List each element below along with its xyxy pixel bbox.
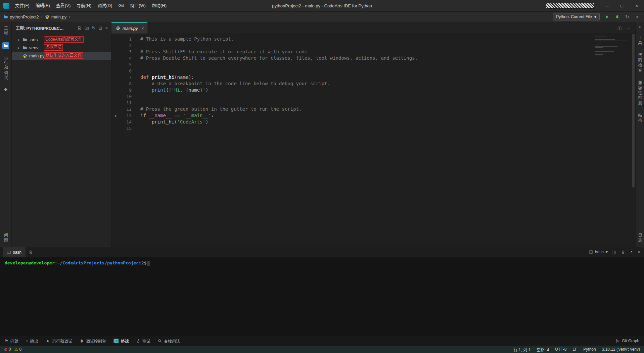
file-tree: ▸.artsCodeArts的配置文件▸venv虚拟环境main.py默认生成的… — [12, 34, 111, 60]
interpreter-select[interactable]: Python: Current File ▾ — [553, 13, 600, 20]
panel-tab[interactable]: 查找用法 — [158, 338, 180, 344]
restart-button[interactable]: ↻ — [624, 13, 631, 20]
tool-window-code-check[interactable]: 代码检查 — [637, 53, 643, 73]
scrollbar[interactable] — [632, 34, 635, 188]
close-button[interactable]: × — [638, 250, 640, 254]
more-button[interactable]: ⋯ — [626, 26, 631, 30]
menu-item[interactable]: 窗口(W) — [127, 0, 149, 11]
minimap[interactable] — [595, 37, 630, 56]
interpreter-label: Python: Current File — [556, 14, 592, 19]
terminal-kill-button[interactable] — [29, 250, 33, 254]
maximize-button[interactable]: □ — [614, 0, 629, 11]
code-line: 8 # Use a breakpoint in the code line be… — [111, 81, 635, 87]
tree-item[interactable]: ▸.artsCodeArts的配置文件 — [12, 36, 111, 44]
menu-item[interactable]: 文件(F) — [12, 0, 33, 11]
flag-icon: ⚑ — [5, 339, 8, 343]
menu-item[interactable]: 编辑(E) — [33, 0, 53, 11]
editor[interactable]: 1# This is a sample Python script.23# Pr… — [111, 34, 635, 247]
tool-window-plugin[interactable]: ▪ — [639, 25, 641, 29]
trash-button[interactable] — [621, 250, 625, 254]
code-line: 5 — [111, 61, 635, 68]
new-folder-button[interactable] — [85, 26, 89, 30]
tool-window-compatibility[interactable]: 兼容性检测 — [637, 81, 643, 106]
code-line: 3# Press Shift+F9 to execute it or repla… — [111, 49, 635, 55]
stop-button[interactable]: ■ — [634, 13, 641, 20]
status-item[interactable]: Python — [583, 347, 596, 352]
terminal-tab[interactable]: bash — [3, 247, 26, 257]
tree-item-label: main.py — [29, 53, 45, 58]
activity-right-bottom: 日志 — [637, 229, 643, 247]
status-bar: ⊗0⚠0 行 1, 列 1空格: 4UTF-8LFPython3.10.12 (… — [0, 346, 644, 353]
panel-tab[interactable]: ≡输出 — [26, 338, 38, 344]
status-warnings[interactable]: ⚠0 — [14, 347, 21, 352]
minimize-button[interactable]: ─ — [600, 0, 614, 11]
panel-tab[interactable]: 测试 — [136, 338, 150, 344]
split-button[interactable]: ◫ — [617, 26, 622, 30]
status-errors[interactable]: ⊗0 — [4, 347, 11, 352]
tool-window-outline[interactable]: 结构 — [637, 113, 643, 123]
refresh-button[interactable]: ↻ — [92, 26, 96, 30]
git-graph-button[interactable]: Git Graph — [615, 339, 639, 343]
tree-annotation: CodeArts的配置文件 — [44, 36, 84, 43]
editor-tab[interactable]: main.py × — [111, 22, 147, 34]
panel-up-button[interactable]: ∧ — [630, 250, 633, 254]
terminal-caret[interactable]: ▾ — [606, 250, 608, 254]
panel-tab[interactable]: 调试控制台 — [80, 338, 106, 344]
folder-icon — [3, 43, 8, 48]
pink-square-icon: ▪ — [639, 25, 641, 29]
app-window: 文件(F)编辑(E)查看(V)导航(N)调试(D)Git窗口(W)帮助(H) p… — [0, 0, 644, 353]
menu-item[interactable]: 查看(V) — [53, 0, 74, 11]
tool-window-project[interactable]: 工程 — [3, 26, 9, 36]
status-item[interactable]: 行 1, 列 1 — [513, 347, 531, 352]
search-icon — [158, 339, 162, 343]
menu-item[interactable]: Git — [115, 0, 127, 11]
run-gutter-button[interactable]: ▶ — [111, 112, 120, 119]
debug-button[interactable] — [614, 13, 620, 20]
tool-window-structure[interactable]: ◆ — [4, 87, 7, 91]
stop-icon: ■ — [636, 15, 639, 19]
code-line: 11 — [111, 100, 635, 106]
split-button[interactable]: ◫ — [612, 250, 616, 254]
tool-window-logs[interactable]: 日志 — [637, 233, 643, 243]
close-button[interactable]: × — [105, 26, 108, 30]
run-button[interactable] — [604, 13, 610, 20]
minimap-line — [595, 46, 617, 47]
code-line: 14 print_hi('CodeArts') — [111, 119, 635, 125]
gutter — [111, 61, 120, 68]
terminal-select[interactable]: bash ▾ — [589, 250, 608, 254]
status-error-count: 0 — [9, 347, 11, 352]
tree-item[interactable]: ▸venv虚拟环境 — [12, 44, 111, 52]
close-button[interactable]: × — [629, 0, 644, 11]
tool-window-explorer[interactable] — [2, 42, 9, 49]
menu-item[interactable]: 调试(D) — [94, 0, 115, 11]
breadcrumb-item[interactable]: pythonProject2 — [3, 14, 39, 19]
panel-tab[interactable]: 终端 — [113, 338, 129, 344]
menu-item[interactable]: 导航(N) — [74, 0, 94, 11]
code-text: print(f'Hi, {name}') — [140, 87, 208, 93]
gutter — [111, 49, 120, 55]
tool-window-problems[interactable]: 问题 — [3, 233, 9, 243]
gutter — [111, 42, 120, 49]
split-icon: ◫ — [617, 26, 622, 30]
editor-tab-close[interactable]: × — [142, 26, 144, 31]
tool-window-run-debug[interactable]: 运行和调试 — [3, 55, 9, 81]
menu-item[interactable]: 帮助(H) — [149, 0, 170, 11]
code-line: ▶13if __name__ == '__main__': — [111, 112, 635, 119]
panel-tab[interactable]: 运行和调试 — [46, 338, 72, 344]
status-item[interactable]: 3.10.12 ('venv': venv) — [602, 347, 640, 352]
chevron-right-icon: ▸ — [18, 38, 22, 42]
gutter — [111, 87, 120, 93]
window-title: pythonProject2 - main.py - CodeArts IDE … — [272, 3, 372, 8]
terminal-content[interactable]: developer@developer:~/CodeArtsProjects/p… — [0, 257, 644, 336]
panel-tab[interactable]: ⚑问题 — [5, 338, 18, 344]
code-lines: 1# This is a sample Python script.23# Pr… — [111, 34, 635, 247]
collapse-button[interactable]: ⊟ — [99, 26, 102, 30]
terminal-prompt: developer@developer:~/CodeArtsProjects/p… — [5, 260, 639, 266]
status-item[interactable]: 空格: 4 — [537, 347, 549, 352]
breadcrumb-item[interactable]: main.py — [45, 14, 67, 19]
tool-window-tools[interactable]: 工具 — [637, 36, 643, 46]
tree-item[interactable]: main.py默认生成的入口文件 — [12, 52, 111, 60]
new-file-button[interactable] — [77, 26, 82, 30]
status-item[interactable]: LF — [572, 347, 577, 352]
status-item[interactable]: UTF-8 — [555, 347, 566, 352]
